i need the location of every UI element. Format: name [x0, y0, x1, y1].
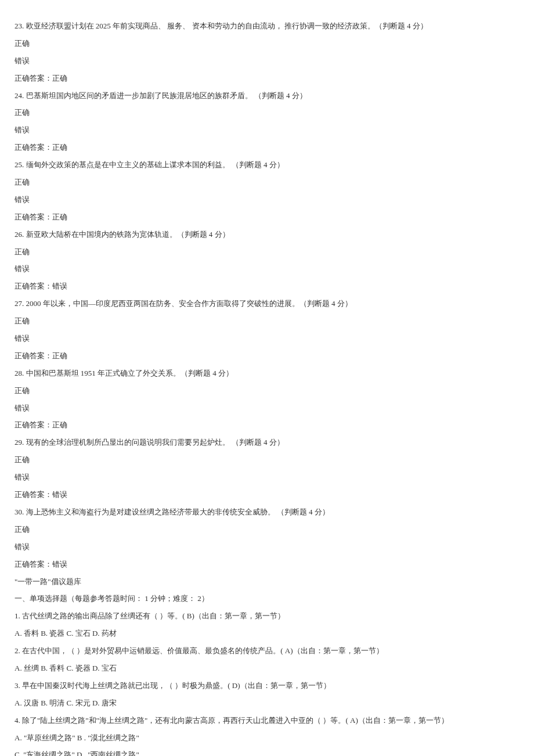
question-number: 30 [15, 507, 22, 516]
question-body: . 欧亚经济联盟计划在 2025 年前实现商品、 服务、 资本和劳动力的自由流动… [22, 21, 428, 30]
correct-answer: 正确答案：错误 [15, 556, 519, 573]
question-number: 27 [15, 299, 22, 308]
option-true[interactable]: 正确 [15, 174, 519, 191]
correct-answer: 正确答案：正确 [15, 347, 519, 365]
question-number: 24 [15, 91, 22, 100]
question-number: 28 [15, 369, 22, 377]
mc-question-text: 2. 在古代中国，（ ）是对外贸易中运销最远、价值最高、最负盛名的传统产品。( … [15, 642, 519, 660]
mc-section-header: 一、单项选择题（每题参考答题时间： 1 分钟；难度： 2） [15, 590, 519, 607]
mc-options-line2[interactable]: C. "东海丝绸之路" D . "西南丝绸之路" [15, 746, 519, 756]
option-false[interactable]: 错误 [15, 260, 519, 278]
correct-answer: 正确答案：正确 [15, 416, 519, 434]
option-true[interactable]: 正确 [15, 243, 519, 261]
mc-options[interactable]: A. 丝绸 B. 香料 C. 瓷器 D. 宝石 [15, 660, 519, 677]
question-text: 24. 巴基斯坦国内地区间的矛盾进一步加剧了民族混居地区的族群矛盾。 （判断题 … [15, 87, 519, 105]
question-text: 23. 欧亚经济联盟计划在 2025 年前实现商品、 服务、 资本和劳动力的自由… [15, 17, 519, 35]
mc-question-text: 4. 除了"陆上丝绸之路"和"海上丝绸之路"，还有北向蒙古高原，再西行天山北麓进… [15, 712, 519, 729]
question-body: . 除了"陆上丝绸之路"和"海上丝绸之路"，还有北向蒙古高原，再西行天山北麓进入… [19, 716, 449, 725]
option-false[interactable]: 错误 [15, 330, 519, 347]
question-text: 27. 2000 年以来，中国—印度尼西亚两国在防务、安全合作方面取得了突破性的… [15, 295, 519, 312]
option-false[interactable]: 错误 [15, 469, 519, 486]
mc-options[interactable]: A. 香料 B. 瓷器 C. 宝石 D. 药材 [15, 625, 519, 642]
question-body: . 海上恐怖主义和海盗行为是对建设丝绸之路经济带最大的非传统安全威胁。 （判断题… [22, 507, 330, 516]
question-text: 28. 中国和巴基斯坦 1951 年正式确立了外交关系。（判断题 4 分） [15, 365, 519, 382]
question-number: 26 [15, 230, 22, 239]
option-true[interactable]: 正确 [15, 451, 519, 469]
question-body: . 2000 年以来，中国—印度尼西亚两国在防务、安全合作方面取得了突破性的进展… [22, 299, 352, 308]
question-body: . 缅甸外交政策的基点是在中立主义的基础上谋求本国的利益。 （判断题 4 分） [22, 160, 284, 169]
question-text: 25. 缅甸外交政策的基点是在中立主义的基础上谋求本国的利益。 （判断题 4 分… [15, 156, 519, 174]
question-number: 29 [15, 438, 22, 447]
question-text: 26. 新亚欧大陆桥在中国境内的铁路为宽体轨道。（判断题 4 分） [15, 226, 519, 243]
option-false[interactable]: 错误 [15, 52, 519, 70]
correct-answer: 正确答案：错误 [15, 486, 519, 503]
correct-answer: 正确答案：错误 [15, 278, 519, 295]
option-false[interactable]: 错误 [15, 121, 519, 139]
question-body: . 早在中国秦汉时代海上丝绸之路就已出现，（ ）时极为鼎盛。( D)（出自：第一… [19, 681, 331, 690]
question-body: . 巴基斯坦国内地区间的矛盾进一步加剧了民族混居地区的族群矛盾。 （判断题 4 … [22, 91, 307, 100]
question-body: . 中国和巴基斯坦 1951 年正式确立了外交关系。（判断题 4 分） [22, 369, 233, 377]
mc-question-text: 3. 早在中国秦汉时代海上丝绸之路就已出现，（ ）时极为鼎盛。( D)（出自：第… [15, 677, 519, 694]
question-body: . 古代丝绸之路的输出商品除了丝绸还有（ ）等。( B)（出自：第一章，第一节） [19, 611, 285, 620]
question-number: 23 [15, 21, 22, 30]
section-title: "一带一路"倡议题库 [15, 573, 519, 591]
question-body: . 现有的全球治理机制所凸显出的问题说明我们需要另起炉灶。 （判断题 4 分） [22, 438, 284, 447]
option-true[interactable]: 正确 [15, 382, 519, 399]
question-body: . 新亚欧大陆桥在中国境内的铁路为宽体轨道。（判断题 4 分） [22, 230, 230, 239]
question-text: 30. 海上恐怖主义和海盗行为是对建设丝绸之路经济带最大的非传统安全威胁。 （判… [15, 503, 519, 521]
mc-question-text: 1. 古代丝绸之路的输出商品除了丝绸还有（ ）等。( B)（出自：第一章，第一节… [15, 607, 519, 625]
option-true[interactable]: 正确 [15, 35, 519, 52]
correct-answer: 正确答案：正确 [15, 139, 519, 156]
correct-answer: 正确答案：正确 [15, 208, 519, 226]
question-number: 25 [15, 160, 22, 169]
correct-answer: 正确答案：正确 [15, 70, 519, 87]
option-false[interactable]: 错误 [15, 538, 519, 556]
option-false[interactable]: 错误 [15, 399, 519, 417]
option-true[interactable]: 正确 [15, 312, 519, 330]
mc-options-line1[interactable]: A. "草原丝绸之路" B . "漠北丝绸之路" [15, 729, 519, 747]
option-true[interactable]: 正确 [15, 521, 519, 538]
option-true[interactable]: 正确 [15, 104, 519, 121]
mc-options[interactable]: A. 汉唐 B. 明清 C. 宋元 D. 唐宋 [15, 694, 519, 712]
option-false[interactable]: 错误 [15, 191, 519, 208]
question-text: 29. 现有的全球治理机制所凸显出的问题说明我们需要另起炉灶。 （判断题 4 分… [15, 434, 519, 451]
question-body: . 在古代中国，（ ）是对外贸易中运销最远、价值最高、最负盛名的传统产品。( A… [19, 646, 384, 655]
